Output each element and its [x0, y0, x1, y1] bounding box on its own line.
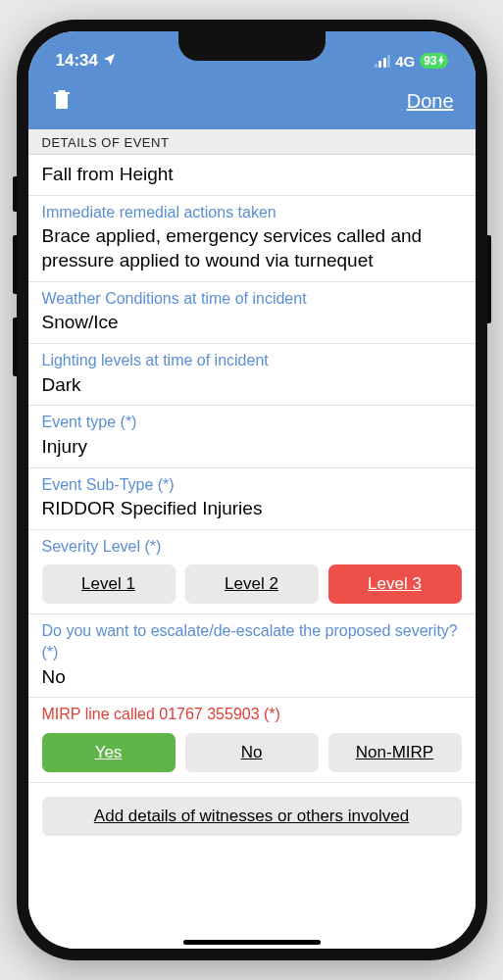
done-button[interactable]: Done — [407, 90, 454, 113]
field-value: RIDDOR Specified Injuries — [42, 497, 462, 521]
severity-level-2-button[interactable]: Level 2 — [185, 564, 319, 604]
field-severity: Severity Level (*) Level 1 Level 2 Level… — [28, 530, 476, 615]
field-weather[interactable]: Weather Conditions at time of incident S… — [28, 282, 476, 344]
field-mirp: MIRP line called 01767 355903 (*) Yes No… — [28, 698, 476, 783]
field-value: Dark — [42, 373, 462, 398]
mirp-segmented: Yes No Non-MIRP — [42, 733, 462, 772]
home-indicator[interactable] — [183, 940, 321, 945]
field-label: Weather Conditions at time of incident — [42, 288, 462, 310]
field-label: Lighting levels at time of incident — [42, 350, 462, 371]
field-remedial-actions[interactable]: Immediate remedial actions taken Brace a… — [28, 196, 476, 282]
field-label: Event type (*) — [42, 412, 462, 433]
form-content: DETAILS OF EVENT Fall from Height Immedi… — [28, 129, 476, 949]
mirp-yes-button[interactable]: Yes — [42, 733, 176, 772]
mirp-nonmirp-button[interactable]: Non-MIRP — [328, 733, 462, 772]
signal-icon — [375, 55, 391, 68]
status-time: 14:34 — [56, 51, 98, 71]
field-label: MIRP line called 01767 355903 (*) — [42, 704, 462, 725]
field-escalate[interactable]: Do you want to escalate/de-escalate the … — [28, 614, 476, 698]
field-event-details[interactable]: Fall from Height — [28, 155, 476, 196]
field-label: Immediate remedial actions taken — [42, 202, 462, 223]
field-value: No — [42, 665, 462, 690]
location-icon — [103, 51, 117, 71]
field-label: Do you want to escalate/de-escalate the … — [42, 620, 462, 662]
field-value: Fall from Height — [42, 163, 462, 187]
field-value: Brace applied, emergency services called… — [42, 224, 462, 272]
field-value: Injury — [42, 435, 462, 460]
field-value: Snow/Ice — [42, 311, 462, 335]
field-event-subtype[interactable]: Event Sub-Type (*) RIDDOR Specified Inju… — [28, 468, 476, 530]
add-witness-button[interactable]: Add details of witnesses or others invol… — [42, 797, 462, 836]
mirp-no-button[interactable]: No — [185, 733, 319, 772]
severity-level-1-button[interactable]: Level 1 — [42, 564, 176, 604]
field-lighting[interactable]: Lighting levels at time of incident Dark — [28, 344, 476, 406]
field-label: Event Sub-Type (*) — [42, 474, 462, 496]
section-header: DETAILS OF EVENT — [28, 129, 476, 155]
severity-segmented: Level 1 Level 2 Level 3 — [42, 564, 462, 604]
battery-icon: 93 — [420, 53, 447, 69]
field-event-type[interactable]: Event type (*) Injury — [28, 406, 476, 467]
header-bar: Done — [28, 80, 476, 129]
network-label: 4G — [395, 53, 415, 70]
field-label: Severity Level (*) — [42, 536, 462, 558]
trash-icon[interactable] — [50, 85, 74, 117]
severity-level-3-button[interactable]: Level 3 — [328, 564, 462, 604]
